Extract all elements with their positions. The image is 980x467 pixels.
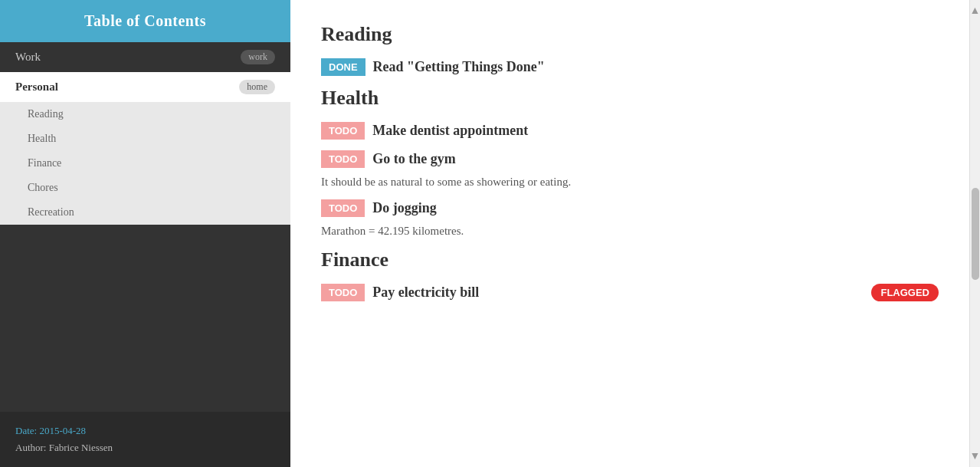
task-note: Marathon = 42.195 kilometres. [321,225,939,238]
sidebar-subitem-health[interactable]: Health [0,127,290,151]
sidebar-item-personal[interactable]: Personal home [0,72,290,102]
sidebar-date: Date: 2015-04-28 [15,423,275,439]
sidebar-author: Author: Fabrice Niessen [15,439,275,456]
sidebar-item-work-badge: work [241,50,275,64]
task-left: TODO Go to the gym [321,150,456,168]
sidebar-item-work-label: Work [15,51,41,64]
section-reading-title: Reading [321,23,939,46]
task-row: TODO Do jogging [321,199,939,217]
task-left: TODO Pay electricity bill [321,284,479,301]
sidebar-subitem-finance[interactable]: Finance [0,151,290,176]
main-content: Reading DONE Read "Getting Things Done" … [290,0,969,467]
section-finance: Finance TODO Pay electricity bill FLAGGE… [321,248,939,301]
sidebar-subitems: Reading Health Finance Chores Recreation [0,102,290,225]
sidebar-item-personal-badge: home [239,80,275,94]
sidebar-item-work[interactable]: Work work [0,42,290,72]
sidebar: Table of Contents Work work Personal hom… [0,0,290,467]
sidebar-footer: Date: 2015-04-28 Author: Fabrice Niessen [0,412,290,467]
task-text: Make dentist appointment [372,123,528,139]
sidebar-subitem-reading[interactable]: Reading [0,102,290,127]
status-badge-done: DONE [321,58,365,76]
task-text: Go to the gym [372,151,455,167]
task-left: TODO Do jogging [321,199,437,217]
task-row: DONE Read "Getting Things Done" [321,58,939,76]
section-health-title: Health [321,87,939,110]
task-row: TODO Pay electricity bill FLAGGED [321,284,939,301]
sidebar-subitem-chores[interactable]: Chores [0,176,290,200]
task-row: TODO Make dentist appointment [321,122,939,140]
task-row: TODO Go to the gym [321,150,939,168]
task-text: Pay electricity bill [372,284,479,301]
flagged-badge: FLAGGED [871,284,939,301]
scroll-up-arrow[interactable]: ▲ [969,3,980,18]
status-badge-todo: TODO [321,122,365,140]
task-text: Read "Getting Things Done" [373,59,545,75]
task-left: TODO Make dentist appointment [321,122,528,140]
sidebar-item-personal-label: Personal [15,81,58,94]
task-text: Do jogging [372,200,437,216]
scroll-thumb[interactable] [972,188,979,280]
section-reading: Reading DONE Read "Getting Things Done" [321,23,939,76]
sidebar-title: Table of Contents [0,0,290,42]
task-note: It should be as natural to some as showe… [321,176,939,189]
scrollbar[interactable]: ▲ ▼ [969,0,980,467]
section-health: Health TODO Make dentist appointment TOD… [321,87,939,238]
section-finance-title: Finance [321,248,939,271]
scroll-down-arrow[interactable]: ▼ [969,449,980,464]
task-left: DONE Read "Getting Things Done" [321,58,545,76]
status-badge-todo: TODO [321,199,365,217]
status-badge-todo: TODO [321,150,365,168]
sidebar-subitem-recreation[interactable]: Recreation [0,200,290,225]
status-badge-todo: TODO [321,284,365,301]
